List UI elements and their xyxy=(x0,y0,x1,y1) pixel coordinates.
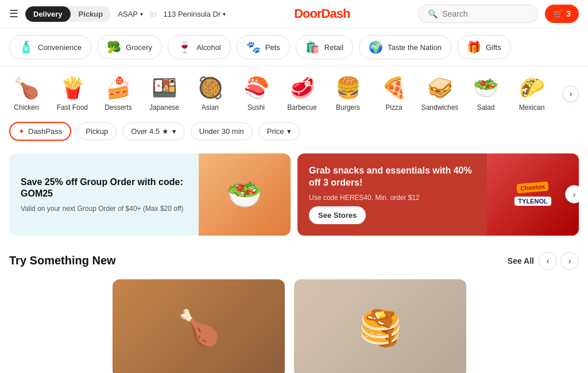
food-cat-barbecue[interactable]: 🥩Barbecue xyxy=(285,76,319,111)
banner-right-content: Grab snacks and essentials with 40% off … xyxy=(297,153,487,236)
category-pill-alcohol[interactable]: 🍷Alcohol xyxy=(168,35,231,59)
filter-price[interactable]: Price ▾ xyxy=(258,122,300,140)
banner-left-content: Save 25% off Group Order with code: GOM2… xyxy=(9,153,199,236)
food-cat-icon-salad: 🥗 xyxy=(473,76,499,100)
see-stores-button[interactable]: See Stores xyxy=(309,206,366,224)
asap-button[interactable]: ASAP ▾ xyxy=(118,10,143,18)
try-something-new-section: Try Something New See All ‹ › 🍗 ✦ Kickba… xyxy=(0,243,588,373)
restaurant-image-ihop: 🥞 xyxy=(294,279,466,373)
food-cat-sushi[interactable]: 🍣Sushi xyxy=(239,76,273,111)
banner-right-subtitle: Use code HERES40. Min. order $12 xyxy=(309,194,475,202)
category-pill-pets[interactable]: 🐾Pets xyxy=(237,35,290,59)
banner-next-arrow[interactable]: › xyxy=(565,185,579,203)
category-pill-gifts[interactable]: 🎁Gifts xyxy=(457,35,511,59)
cart-count: 3 xyxy=(566,9,571,18)
search-input[interactable] xyxy=(442,9,528,18)
food-cat-icon-fast-food: 🍟 xyxy=(60,76,86,100)
food-cats-next-arrow[interactable]: › xyxy=(563,86,579,102)
food-cat-salad[interactable]: 🥗Salad xyxy=(469,76,503,111)
address-button[interactable]: 113 Peninsula Dr ▾ xyxy=(164,10,226,18)
see-all-link[interactable]: See All xyxy=(508,256,534,266)
restaurant-card-ihop[interactable]: 🥞 ✦ IHOP 4.5 mi · 44 min · $0 delivery f… xyxy=(294,279,466,373)
pill-icon-grocery: 🥦 xyxy=(107,40,121,54)
banner-left-title: Save 25% off Group Order with code: GOM2… xyxy=(21,176,187,201)
separator: to xyxy=(150,9,157,18)
food-cat-icon-sushi: 🍣 xyxy=(243,76,269,100)
food-cat-icon-pizza: 🍕 xyxy=(381,76,407,100)
food-cat-icon-chicken: 🍗 xyxy=(14,76,40,100)
pill-icon-alcohol: 🍷 xyxy=(177,40,192,54)
search-icon: 🔍 xyxy=(428,9,438,18)
food-cat-icon-barbecue: 🥩 xyxy=(289,76,315,100)
food-cat-pizza[interactable]: 🍕Pizza xyxy=(377,76,411,111)
food-cat-icon-mexican: 🌮 xyxy=(519,76,545,100)
filter-bar: ✦ DashPassPickupOver 4.5 ★ ▾Under 30 min… xyxy=(0,116,588,147)
category-pill-convenience[interactable]: 🧴Convenience xyxy=(9,35,91,59)
food-cat-japanese[interactable]: 🍱Japanese xyxy=(147,76,181,111)
food-cat-icon-sandwiches: 🥪 xyxy=(427,76,453,100)
pill-icon-retail: 🛍️ xyxy=(305,40,320,54)
restaurant-image-kickback-jacks: 🍗 xyxy=(113,279,285,373)
cart-icon: 🛒 xyxy=(553,9,563,18)
food-cat-mexican[interactable]: 🌮Mexican xyxy=(514,76,549,111)
food-cat-fast-food[interactable]: 🍟Fast Food xyxy=(55,76,90,111)
filter-dashpass[interactable]: ✦ DashPass xyxy=(9,122,71,141)
cart-button[interactable]: 🛒 3 xyxy=(545,5,579,23)
top-nav: ☰ Delivery Pickup ASAP ▾ to 113 Peninsul… xyxy=(0,0,588,28)
pill-icon-taste-nation: 🌍 xyxy=(369,40,383,54)
nav-arrows: ‹ › xyxy=(539,252,579,270)
delivery-button[interactable]: Delivery xyxy=(25,6,71,22)
section-actions: See All ‹ › xyxy=(508,252,579,270)
section-header: Try Something New See All ‹ › xyxy=(9,252,579,270)
section-title: Try Something New xyxy=(9,254,116,267)
search-bar[interactable]: 🔍 xyxy=(418,5,538,23)
pill-icon-convenience: 🧴 xyxy=(19,40,33,54)
filter-chevron-icon: ▾ xyxy=(287,127,291,136)
food-cat-chicken[interactable]: 🍗Chicken xyxy=(9,76,44,111)
next-arrow[interactable]: › xyxy=(560,252,579,270)
food-cat-icon-burgers: 🍔 xyxy=(335,76,361,100)
menu-icon[interactable]: ☰ xyxy=(9,7,18,20)
logo: DoorDash xyxy=(233,6,411,21)
filter-time[interactable]: Under 30 min xyxy=(191,122,253,140)
food-cat-desserts[interactable]: 🍰Desserts xyxy=(101,76,136,111)
dashpass-icon: ✦ xyxy=(18,127,25,136)
delivery-pickup-toggle[interactable]: Delivery Pickup xyxy=(25,6,111,22)
pill-icon-pets: 🐾 xyxy=(246,40,261,54)
banner-right-title: Grab snacks and essentials with 40% off … xyxy=(309,165,475,189)
asap-chevron-icon: ▾ xyxy=(140,11,143,17)
banner-left-image: 🥗 xyxy=(199,153,291,236)
filter-chevron-icon: ▾ xyxy=(172,127,176,136)
category-pill-taste-nation[interactable]: 🌍Taste the Nation xyxy=(359,35,451,59)
food-cat-sandwiches[interactable]: 🥪Sandwiches xyxy=(423,76,457,111)
pickup-button[interactable]: Pickup xyxy=(71,6,111,22)
category-pill-retail[interactable]: 🛍️Retail xyxy=(296,35,353,59)
banner-left: Save 25% off Group Order with code: GOM2… xyxy=(9,153,291,236)
filter-pickup[interactable]: Pickup xyxy=(77,122,117,140)
banner-right: Grab snacks and essentials with 40% off … xyxy=(297,153,579,236)
filter-rating[interactable]: Over 4.5 ★ ▾ xyxy=(122,122,184,140)
category-pill-grocery[interactable]: 🥦Grocery xyxy=(97,35,162,59)
restaurant-card-kickback-jacks[interactable]: 🍗 ✦ Kickback Jack's 5.4 mi · 45 min · $0… xyxy=(113,279,285,373)
food-categories: 🍗Chicken🍟Fast Food🍰Desserts🍱Japanese🥘Asi… xyxy=(0,67,588,116)
category-pills: 🧴Convenience🥦Grocery🍷Alcohol🐾Pets🛍️Retai… xyxy=(0,28,588,67)
pill-icon-gifts: 🎁 xyxy=(467,40,481,54)
banner-left-subtitle: Valid on your next Group Order of $40+ (… xyxy=(21,205,187,213)
banners-section: Save 25% off Group Order with code: GOM2… xyxy=(0,147,588,243)
food-cat-icon-asian: 🥘 xyxy=(198,76,223,100)
restaurants-grid: 🍗 ✦ Kickback Jack's 5.4 mi · 45 min · $0… xyxy=(9,279,579,373)
prev-arrow[interactable]: ‹ xyxy=(539,252,557,270)
food-cat-burgers[interactable]: 🍔Burgers xyxy=(331,76,365,111)
food-cats-scroll: 🍗Chicken🍟Fast Food🍰Desserts🍱Japanese🥘Asi… xyxy=(9,76,563,111)
food-cat-icon-desserts: 🍰 xyxy=(106,76,131,100)
food-cat-icon-japanese: 🍱 xyxy=(152,76,177,100)
address-chevron-icon: ▾ xyxy=(223,11,226,17)
food-cat-asian[interactable]: 🥘Asian xyxy=(193,76,227,111)
